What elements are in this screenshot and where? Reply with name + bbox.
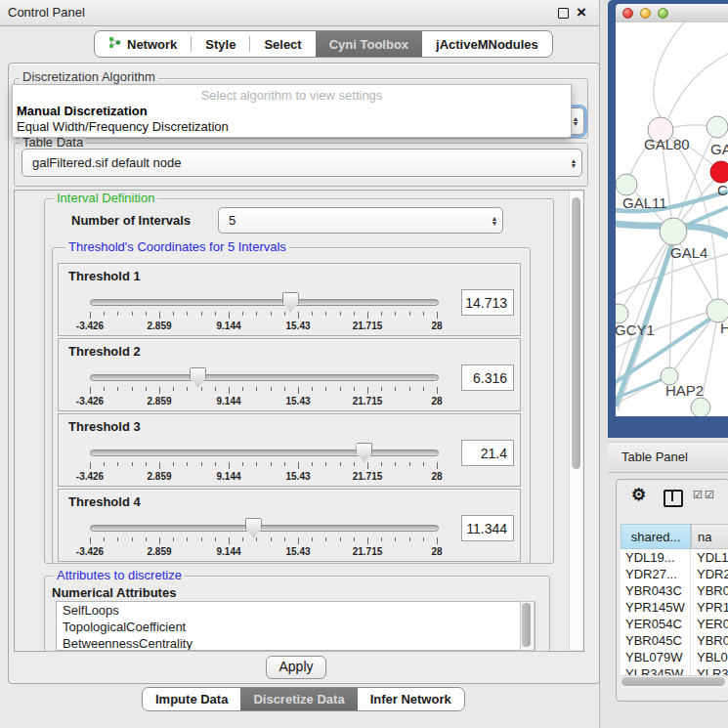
tick-label: 21.715 (353, 396, 383, 407)
number-of-intervals-label: Number of Intervals (71, 213, 191, 228)
column-header-shared-name[interactable]: shared... (621, 524, 691, 549)
scrollbar-thumb[interactable] (522, 603, 531, 647)
table-data-combobox[interactable]: galFiltered.sif default node ▲▼ (21, 149, 582, 177)
tick-label: 9.144 (216, 546, 240, 557)
attribute-list-item[interactable]: BetweennessCentrality (57, 635, 535, 651)
tab-style[interactable]: Style (192, 31, 249, 57)
tab-select[interactable]: Select (250, 31, 315, 57)
network-node[interactable] (707, 116, 728, 138)
checkbox-icon[interactable]: ☑ (705, 489, 714, 501)
cell-shared-name[interactable]: YBL079W (621, 649, 691, 665)
cell-name[interactable]: YDL1 (691, 549, 728, 566)
threshold-box: Threshold 2-3.4262.8599.14415.4321.71528… (58, 338, 521, 411)
tab-jactivemnodules[interactable]: jActiveMNodules (422, 31, 552, 57)
network-node[interactable] (710, 161, 728, 183)
tick-label: 28 (431, 396, 442, 407)
close-traffic-light-icon[interactable] (622, 8, 633, 19)
cell-shared-name[interactable]: YDL19... (621, 549, 691, 566)
cell-shared-name[interactable]: YLR345W (621, 665, 691, 675)
settings-vertical-scrollbar[interactable] (569, 192, 582, 650)
network-node[interactable] (616, 174, 637, 195)
bottom-tab-bar: Impute Data Discretize Data Infer Networ… (142, 687, 465, 711)
float-window-icon[interactable] (558, 8, 569, 19)
apply-button[interactable]: Apply (266, 656, 326, 679)
threshold-value-field[interactable]: 14.713 (461, 289, 514, 316)
threshold-value-field[interactable]: 6.316 (461, 364, 514, 391)
tick-label: 2.859 (147, 546, 171, 557)
threshold-value-field[interactable]: 11.344 (461, 515, 514, 541)
cell-name[interactable]: YER0 (691, 616, 728, 632)
cell-shared-name[interactable]: YDR27... (621, 566, 691, 582)
close-icon[interactable]: × (577, 2, 586, 23)
tick-label: -3.426 (76, 471, 104, 482)
cell-shared-name[interactable]: YBR045C (621, 632, 691, 649)
table-row[interactable]: YDL19...YDL1 (621, 549, 728, 566)
cell-shared-name[interactable]: YER054C (621, 616, 691, 632)
zoom-traffic-light-icon[interactable] (658, 8, 668, 19)
table-row[interactable]: YDR27...YDR2 (621, 566, 728, 582)
cell-name[interactable]: YLR3 (691, 665, 728, 675)
cell-name[interactable]: YBL0 (691, 649, 728, 665)
network-node[interactable] (616, 304, 628, 323)
table-row[interactable]: YER054CYER0 (621, 616, 728, 632)
slider[interactable]: -3.4262.8599.14415.4321.71528 (90, 297, 437, 330)
tick-label: 28 (431, 471, 442, 482)
attributes-list-scrollbar[interactable] (520, 601, 535, 651)
settings-gear-icon[interactable]: ⚙ (631, 485, 646, 505)
checkbox-icon[interactable]: ☑ (693, 489, 703, 501)
cell-shared-name[interactable]: YPR145W (621, 599, 691, 616)
slider-track[interactable] (90, 374, 439, 381)
split-columns-icon[interactable] (664, 490, 683, 507)
table-horizontal-scrollbar[interactable] (621, 675, 728, 688)
tab-label: jActiveMNodules (436, 37, 538, 52)
column-header-name[interactable]: na (691, 524, 728, 549)
slider-handle[interactable] (245, 518, 262, 537)
tab-discretize-data[interactable]: Discretize Data (240, 688, 357, 710)
number-of-intervals-combobox[interactable]: 5 ▲▼ (218, 207, 503, 234)
attribute-list-item[interactable]: TopologicalCoefficient (57, 619, 535, 635)
cell-name[interactable]: YBR0 (691, 632, 728, 649)
cell-name[interactable]: YPR1 (691, 599, 728, 616)
table-row[interactable]: YBR043CYBR0 (621, 582, 728, 599)
slider-track[interactable] (90, 299, 439, 306)
slider-track[interactable] (90, 525, 439, 532)
cell-name[interactable]: YDR2 (691, 566, 728, 582)
network-node-label: GCY1 (616, 321, 655, 338)
cell-name[interactable]: YBR0 (691, 582, 728, 599)
network-canvas[interactable]: GAL80GACGAL11GAL4GCY1HHAP2 (616, 22, 728, 416)
table-row[interactable]: YPR145WYPR1 (621, 599, 728, 616)
tab-cyni-toolbox[interactable]: Cyni Toolbox (316, 31, 422, 57)
slider[interactable]: -3.4262.8599.14415.4321.71528 (90, 372, 437, 406)
dropdown-option-equal-width-frequency[interactable]: Equal Width/Frequency Discretization (17, 119, 229, 135)
tab-infer-network[interactable]: Infer Network (358, 688, 464, 710)
slider[interactable]: -3.4262.8599.14415.4321.71528 (90, 523, 437, 556)
network-edge (654, 22, 684, 117)
numerical-attributes-list[interactable]: SelfLoopsTopologicalCoefficientBetweenne… (56, 601, 535, 651)
slider-tick-labels: -3.4262.8599.14415.4321.71528 (90, 471, 437, 483)
cell-shared-name[interactable]: YBR043C (621, 582, 691, 599)
slider[interactable]: -3.4262.8599.14415.4321.71528 (90, 448, 437, 481)
table-row[interactable]: YBL079WYBL0 (621, 649, 728, 665)
attribute-list-item[interactable]: SelfLoops (57, 602, 535, 619)
top-tab-bar: Network Style Select Cyni Toolbox jActiv… (94, 30, 553, 58)
scrollbar-thumb[interactable] (572, 197, 580, 469)
slider-handle[interactable] (190, 367, 206, 387)
tab-impute-data[interactable]: Impute Data (143, 688, 240, 710)
network-node-label: GAL4 (670, 244, 707, 261)
minimize-traffic-light-icon[interactable] (640, 8, 651, 19)
dropdown-option-manual-discretization[interactable]: Manual Discretization (17, 104, 148, 119)
scrollbar-thumb[interactable] (621, 677, 725, 686)
numerical-attributes-label: Numerical Attributes (52, 585, 176, 600)
table-row[interactable]: YLR345WYLR3 (621, 665, 728, 675)
network-window-titlebar (616, 4, 728, 23)
threshold-value-field[interactable]: 21.4 (461, 440, 514, 466)
table-row[interactable]: YBR045CYBR0 (621, 632, 728, 649)
network-node[interactable] (660, 218, 687, 245)
tab-network[interactable]: Network (95, 31, 191, 57)
slider-handle[interactable] (356, 443, 372, 462)
network-node[interactable] (691, 398, 710, 416)
slider-handle[interactable] (282, 292, 299, 312)
slider-track[interactable] (90, 450, 439, 456)
slider-tick-labels: -3.4262.8599.14415.4321.71528 (90, 546, 437, 558)
threshold-label: Threshold 3 (68, 419, 141, 434)
